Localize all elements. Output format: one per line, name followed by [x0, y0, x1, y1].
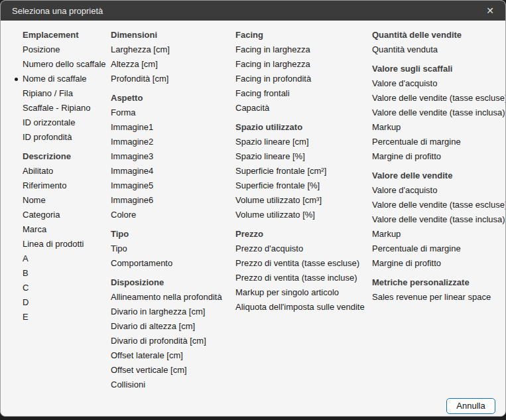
property-item[interactable]: Valore delle vendite (tasse escluse) [372, 198, 506, 212]
property-item-label: Spazio lineare [%] [235, 151, 305, 161]
property-item-label: Divario in larghezza [cm] [111, 307, 205, 316]
property-item[interactable]: Valore delle vendite (tasse escluse) [372, 91, 506, 105]
property-item[interactable]: C [23, 281, 106, 295]
property-item[interactable]: Offset laterale [cm] [111, 348, 222, 363]
property-item[interactable]: Allineamento nella profondità [111, 290, 222, 305]
property-item-label: Posizione [23, 44, 60, 54]
property-item[interactable]: Sales revenue per linear space [372, 290, 506, 305]
property-item[interactable]: Colore [111, 208, 222, 222]
property-item[interactable]: ID orizzontale [23, 115, 106, 130]
property-group: Quantità delle venditeQuantità venduta [372, 28, 506, 57]
property-item-label: Ripiano / Fila [23, 88, 73, 98]
property-item[interactable]: Immagine2 [111, 135, 222, 149]
group-header: Metriche personalizzate [372, 275, 506, 290]
property-item[interactable]: Comportamento [111, 256, 222, 271]
property-column-2: DimensioniLarghezza [cm]Altezza [cm]Prof… [111, 28, 222, 392]
property-item[interactable]: E [23, 310, 106, 324]
property-item[interactable]: Marca [23, 222, 106, 237]
property-item[interactable]: Facing frontali [235, 86, 365, 101]
property-item[interactable]: Spazio lineare [%] [235, 149, 365, 164]
property-item-label: Markup per singolo articolo [235, 287, 339, 297]
property-group: FacingFacing in larghezzaFacing in largh… [235, 28, 365, 115]
property-item[interactable]: Offset verticale [cm] [111, 363, 222, 378]
close-button[interactable]: ✕ [475, 1, 505, 21]
property-item[interactable]: Volume utilizzato [%] [235, 208, 365, 222]
property-item[interactable]: Linea di prodotti [23, 237, 106, 251]
property-item[interactable]: Percentuale di margine [372, 135, 506, 149]
property-item[interactable]: Riferimento [23, 178, 106, 193]
property-item[interactable]: Larghezza [cm] [111, 42, 222, 57]
property-item[interactable]: Facing in larghezza [235, 57, 365, 72]
property-item[interactable]: Nome [23, 193, 106, 208]
property-item-label: Riferimento [23, 180, 66, 190]
property-item[interactable]: Numero dello scaffale [23, 57, 106, 72]
property-item[interactable]: Collisioni [111, 378, 222, 392]
property-item[interactable]: Prezzo di ventita (tasse incluse) [235, 271, 365, 285]
property-item[interactable]: Immagine1 [111, 120, 222, 135]
property-item[interactable]: Facing in larghezza [235, 42, 365, 57]
property-item[interactable]: ID profondità [23, 130, 106, 145]
property-group: TipoTipoComportamento [111, 227, 222, 271]
property-item[interactable]: Valore delle vendite (tasse inclusa) [372, 105, 506, 120]
property-item[interactable]: Spazio lineare [cm] [235, 135, 365, 149]
property-item[interactable]: Abilitato [23, 164, 106, 178]
property-item[interactable]: Facing in profondità [235, 72, 365, 86]
property-item[interactable]: Forma [111, 105, 222, 120]
property-item-label: Abilitato [23, 166, 53, 176]
property-item[interactable]: Margine di profitto [372, 149, 506, 164]
property-item-label: Valore delle vendite (tasse escluse) [372, 93, 506, 103]
property-item[interactable]: Tipo [111, 242, 222, 256]
property-item[interactable]: Categoria [23, 208, 106, 222]
property-item-label: Volume utilizzato [%] [235, 210, 315, 220]
property-item[interactable]: Nome di scaffale [23, 72, 106, 86]
property-item[interactable]: Divario di profondità [cm] [111, 334, 222, 348]
cancel-button[interactable]: Annulla [446, 398, 495, 414]
titlebar[interactable]: Seleziona una proprietà ✕ [1, 1, 505, 21]
property-item[interactable]: Superficie frontale [%] [235, 178, 365, 193]
property-item[interactable]: Scaffale - Ripiano [23, 101, 106, 115]
property-item[interactable]: Prezzo di ventita (tasse escluse) [235, 256, 365, 271]
property-item[interactable]: Prezzo d'acquisto [235, 242, 365, 256]
property-item-label: Allineamento nella profondità [111, 292, 222, 302]
property-item[interactable]: Divario in larghezza [cm] [111, 305, 222, 319]
property-item[interactable]: Immagine3 [111, 149, 222, 164]
property-group: PrezzoPrezzo d'acquistoPrezzo di ventita… [235, 227, 365, 315]
property-item[interactable]: Markup [372, 120, 506, 135]
property-item[interactable]: Superficie frontale [cm²] [235, 164, 365, 178]
property-item[interactable]: Ripiano / Fila [23, 86, 106, 101]
property-item[interactable]: Capacità [235, 101, 365, 115]
property-item[interactable]: Altezza [cm] [111, 57, 222, 72]
property-item[interactable]: Markup [372, 227, 506, 242]
property-item[interactable]: Posizione [23, 42, 106, 57]
property-item[interactable]: Volume utilizzato [cm³] [235, 193, 365, 208]
property-item[interactable]: A [23, 251, 106, 266]
property-item[interactable]: Immagine6 [111, 193, 222, 208]
property-item-label: Facing in larghezza [235, 44, 310, 54]
property-item[interactable]: Margine di profitto [372, 256, 506, 271]
property-item[interactable]: Valore d'acquisto [372, 183, 506, 198]
property-item-label: Facing in larghezza [235, 59, 310, 69]
property-item[interactable]: B [23, 266, 106, 281]
property-item[interactable]: Immagine5 [111, 178, 222, 193]
property-item-label: Sales revenue per linear space [372, 292, 491, 302]
property-item[interactable]: Immagine4 [111, 164, 222, 178]
property-item-label: B [23, 268, 29, 278]
property-column-3: FacingFacing in larghezzaFacing in largh… [235, 28, 365, 315]
property-item-label: Immagine4 [111, 166, 153, 176]
property-item[interactable]: Valore delle vendite (tasse inclusa) [372, 212, 506, 227]
group-header: Aspetto [111, 91, 222, 105]
property-item[interactable]: Profondità [cm] [111, 72, 222, 86]
property-item-label: ID orizzontale [23, 117, 75, 127]
property-item-label: Prezzo di ventita (tasse incluse) [235, 273, 357, 283]
property-item[interactable]: Quantità venduta [372, 42, 506, 57]
group-header: Emplacement [23, 28, 106, 42]
property-item-label: Prezzo di ventita (tasse escluse) [235, 258, 359, 268]
property-item[interactable]: Markup per singolo articolo [235, 285, 365, 300]
property-item-label: Immagine6 [111, 195, 153, 205]
property-item[interactable]: Aliquota dell'imposta sulle vendite [235, 300, 365, 315]
property-item[interactable]: D [23, 295, 106, 310]
property-item[interactable]: Percentuale di margine [372, 242, 506, 256]
property-item[interactable]: Valore d'acquisto [372, 76, 506, 91]
property-item-label: Scaffale - Ripiano [23, 103, 90, 113]
property-item[interactable]: Divario di altezza [cm] [111, 319, 222, 334]
